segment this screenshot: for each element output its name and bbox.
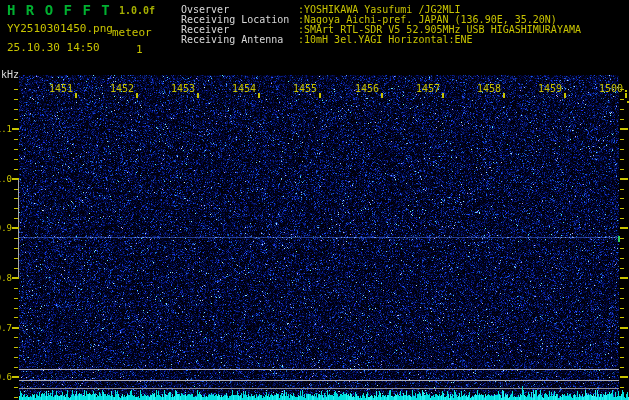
x-tick-label: 1459 — [538, 84, 562, 94]
info-value: :YOSHIKAWA Yasufumi /JG2MLI — [298, 4, 461, 14]
info-label: Receiver — [181, 24, 298, 34]
info-value: :Nagoya Aichi-pref. JAPAN (136.90E, 35.2… — [298, 14, 557, 24]
spectrogram-canvas — [0, 0, 629, 400]
y-tick-label: 0.7 — [0, 324, 12, 333]
info-row-observer: Ovserver :YOSHIKAWA Yasufumi /JG2MLI — [181, 4, 581, 14]
info-row-location: Receiving Location :Nagoya Aichi-pref. J… — [181, 14, 581, 24]
x-tick-label: 1454 — [232, 84, 256, 94]
y-tick-label: 0.6 — [0, 373, 12, 382]
filename-label: YY2510301450.png — [7, 23, 113, 34]
x-tick-label: 1453 — [171, 84, 195, 94]
y-tick-label: 1.0 — [0, 175, 12, 184]
info-label: Ovserver — [181, 4, 298, 14]
x-tick-label: 1455 — [293, 84, 317, 94]
y-tick-label: 1.1 — [0, 125, 12, 134]
x-tick-label: 1452 — [110, 84, 134, 94]
y-tick-label: 0.8 — [0, 274, 12, 283]
app-title: H R O F F T — [7, 3, 111, 17]
info-label: Receiving Antenna — [181, 34, 298, 44]
sequence-number: 1 — [136, 44, 143, 55]
x-tick-label: 1451 — [49, 84, 73, 94]
station-info-block: Ovserver :YOSHIKAWA Yasufumi /JG2MLI Rec… — [181, 4, 581, 44]
x-tick-label: 1457 — [416, 84, 440, 94]
y-axis-unit-label: kHz — [1, 70, 19, 80]
x-tick-label: 1458 — [477, 84, 501, 94]
hrofft-output: H R O F F T 1.0.0f YY2510301450.png mete… — [0, 0, 629, 400]
datetime-label: 25.10.30 14:50 — [7, 42, 100, 53]
y-tick-label: 0.9 — [0, 224, 12, 233]
info-row-receiver: Receiver :SMArt RTL-SDR V5 52.905MHz USB… — [181, 24, 581, 34]
info-label: Receiving Location — [181, 14, 298, 24]
version-label: 1.0.0f — [119, 6, 155, 16]
x-tick-label: 1500 — [599, 84, 623, 94]
info-row-antenna: Receiving Antenna :10mH 3el.YAGI Horizon… — [181, 34, 581, 44]
x-tick-label: 1456 — [355, 84, 379, 94]
info-value: :SMArt RTL-SDR V5 52.905MHz USB HIGASHIM… — [298, 24, 581, 34]
info-value: :10mH 3el.YAGI Horizontal:ENE — [298, 34, 473, 44]
mode-label: meteor — [112, 27, 152, 38]
